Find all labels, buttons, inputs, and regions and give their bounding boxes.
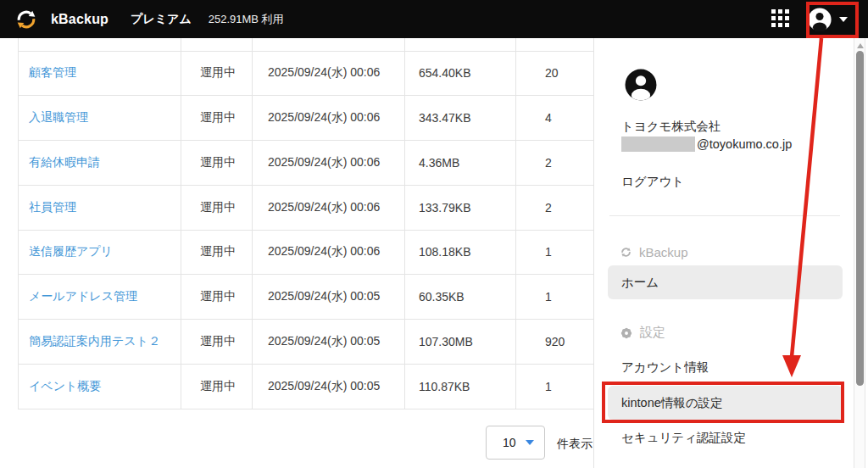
email-domain: @toyokumo.co.jp [697,137,792,151]
app-name-link[interactable]: イベント概要 [29,379,101,393]
account-avatar-icon [625,69,657,101]
backup-date-cell: 2025/09/24(水) 00:06 [253,51,405,96]
page-size-select[interactable]: 10 [486,426,545,460]
section-kbackup: kBackup [620,245,688,259]
size-cell: 4.36MB [405,141,516,186]
status-cell: 運用中 [181,320,253,365]
menu-item-home-label: ホーム [621,275,659,291]
backup-date-cell: 2025/09/24(水) 00:06 [253,141,405,186]
table-row: イベント概要 運用中 2025/09/24(水) 00:05 110.87KB … [19,364,639,409]
backup-date-cell: 2025/09/24(水) 00:06 [253,230,405,275]
backup-table-wrap: 顧客管理 運用中 2025/09/24(水) 00:06 654.40KB 20… [18,38,639,410]
section-settings-label: 設定 [640,325,665,341]
app-name-link[interactable]: 簡易認証案内用テスト２ [29,334,160,348]
size-cell: 133.79KB [405,185,516,230]
size-cell: 110.87KB [405,364,516,409]
account-email: @toyokumo.co.jp [621,136,792,152]
menu-item-home[interactable]: ホーム [608,265,843,299]
topbar-right [771,0,868,38]
logout-link[interactable]: ログアウト [621,174,684,190]
backup-table: 顧客管理 運用中 2025/09/24(水) 00:06 654.40KB 20… [18,38,639,410]
menu-item-kintone-settings[interactable]: kintone情報の設定 [608,386,843,420]
menu-item-security-settings[interactable]: セキュリティ認証設定 [608,421,843,454]
account-menu-button[interactable] [808,8,848,31]
page-size-label: 件表示 [557,437,593,452]
status-cell: 運用中 [181,275,253,320]
table-row: 簡易認証案内用テスト２ 運用中 2025/09/24(水) 00:05 107.… [19,320,639,365]
account-dropdown-panel: トヨクモ株式会社 @toyokumo.co.jp ログアウト kBackup ホ… [593,38,868,468]
status-cell: 運用中 [181,364,253,409]
app-name-link[interactable]: メールアドレス管理 [29,289,137,303]
table-row: 有給休暇申請 運用中 2025/09/24(水) 00:06 4.36MB 2 [19,141,639,186]
section-kbackup-label: kBackup [639,245,688,259]
gear-icon [620,326,633,340]
backup-date-cell: 2025/09/24(水) 00:05 [253,364,405,409]
size-cell: 654.40KB [405,51,516,96]
status-cell: 運用中 [181,51,253,96]
size-cell: 108.18KB [405,230,516,275]
scroll-up-icon[interactable] [857,43,864,48]
status-cell: 運用中 [181,185,253,230]
backup-date-cell: 2025/09/24(水) 00:05 [253,320,405,365]
table-row: メールアドレス管理 運用中 2025/09/24(水) 00:05 60.35K… [19,275,639,320]
app-name-link[interactable]: 社員管理 [29,200,76,214]
sync-icon [620,246,632,259]
plan-badge: プレミアム [131,12,192,27]
menu-item-account-info-label: アカウント情報 [621,359,709,376]
menu-item-account-info[interactable]: アカウント情報 [608,350,843,384]
menu-item-security-settings-label: セキュリティ認証設定 [621,430,746,446]
user-avatar-icon [808,8,832,31]
size-cell: 60.35KB [405,275,516,320]
storage-usage: 252.91MB 利用 [209,12,284,27]
section-settings: 設定 [620,325,665,341]
scrollbar-thumb[interactable] [856,51,864,386]
chevron-down-icon [839,17,848,22]
topbar: kBackup プレミアム 252.91MB 利用 [0,0,868,38]
table-row: 社員管理 運用中 2025/09/24(水) 00:06 133.79KB 2 [19,185,639,230]
size-cell: 107.30MB [405,320,516,365]
brand-title: kBackup [51,12,108,27]
app-name-link[interactable]: 送信履歴アプリ [29,244,113,258]
app-name-link[interactable]: 有給休暇申請 [29,155,100,169]
table-row: 顧客管理 運用中 2025/09/24(水) 00:06 654.40KB 20 [19,51,639,96]
size-cell: 343.47KB [405,96,516,141]
table-row: 入退職管理 運用中 2025/09/24(水) 00:06 343.47KB 4 [19,96,639,141]
company-name: トヨクモ株式会社 [621,119,721,135]
table-row: 送信履歴アプリ 運用中 2025/09/24(水) 00:06 108.18KB… [19,230,639,275]
panel-divider [609,215,840,216]
app-name-link[interactable]: 顧客管理 [29,65,76,79]
status-cell: 運用中 [181,96,253,141]
kbackup-logo-icon [14,7,39,32]
backup-date-cell: 2025/09/24(水) 00:06 [253,96,405,141]
apps-grid-icon[interactable] [771,9,791,29]
table-row-partial [19,38,639,51]
app-name-link[interactable]: 入退職管理 [29,110,88,124]
select-caret-icon [526,440,534,445]
backup-date-cell: 2025/09/24(水) 00:05 [253,275,405,320]
backup-date-cell: 2025/09/24(水) 00:06 [253,185,405,230]
panel-scrollbar[interactable] [854,38,865,468]
status-cell: 運用中 [181,230,253,275]
redacted-email-local-part [621,136,695,152]
status-cell: 運用中 [181,141,253,186]
page-size-value: 10 [503,436,516,449]
menu-item-kintone-settings-label: kintone情報の設定 [621,395,723,411]
